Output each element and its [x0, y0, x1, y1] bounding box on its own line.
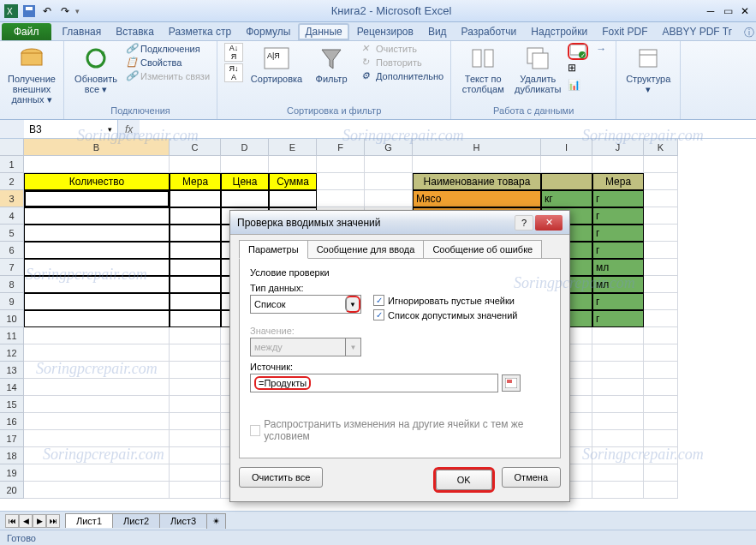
cell[interactable]	[170, 413, 221, 430]
advanced-filter-link[interactable]: ⚙Дополнительно	[361, 70, 443, 82]
cell[interactable]	[24, 225, 170, 242]
cell[interactable]	[170, 344, 221, 362]
cell[interactable]	[170, 447, 221, 464]
text-to-columns-button[interactable]: Текст по столбцам	[458, 43, 508, 96]
cell[interactable]	[170, 430, 221, 447]
row-header-12[interactable]: 12	[0, 344, 24, 362]
col-header-D[interactable]: D	[221, 139, 269, 156]
cell[interactable]	[644, 430, 678, 447]
cell[interactable]	[365, 173, 413, 190]
cell[interactable]	[592, 482, 644, 499]
fx-icon[interactable]: fx	[118, 123, 140, 135]
col-header-B[interactable]: B	[24, 139, 170, 156]
cell[interactable]	[541, 173, 592, 190]
cancel-button[interactable]: Отмена	[502, 467, 561, 488]
edit-links-link[interactable]: 🔗Изменить связи	[126, 70, 210, 82]
type-dropdown-arrow[interactable]: ▼	[345, 296, 360, 313]
cell[interactable]	[644, 207, 678, 225]
cell[interactable]	[24, 396, 170, 413]
ignore-blank-checkbox[interactable]: ✓Игнорировать пустые ячейки	[373, 295, 517, 306]
cell[interactable]	[170, 327, 221, 344]
cell[interactable]	[413, 156, 541, 173]
cell[interactable]	[644, 310, 678, 327]
cell[interactable]	[644, 276, 678, 293]
cell[interactable]	[592, 379, 644, 396]
dialog-close-icon[interactable]: ✕	[535, 215, 563, 231]
cell[interactable]	[644, 362, 678, 379]
cell[interactable]	[24, 327, 170, 344]
cell[interactable]	[365, 190, 413, 207]
cell[interactable]	[170, 464, 221, 482]
cell[interactable]: мл	[592, 276, 644, 293]
row-header-8[interactable]: 8	[0, 276, 24, 293]
cell[interactable]	[592, 362, 644, 379]
properties-link[interactable]: 📋Свойства	[126, 57, 210, 69]
row-header-13[interactable]: 13	[0, 362, 24, 379]
in-cell-dropdown-checkbox[interactable]: ✓Список допустимых значений	[373, 309, 517, 320]
row-header-4[interactable]: 4	[0, 207, 24, 225]
cell[interactable]	[170, 259, 221, 276]
col-header-E[interactable]: E	[269, 139, 317, 156]
ok-button[interactable]: OK	[436, 470, 492, 490]
cell[interactable]	[170, 276, 221, 293]
cell[interactable]	[592, 396, 644, 413]
filter-button[interactable]: Фильтр	[307, 43, 356, 86]
sort-button[interactable]: A|Я Сортировка	[252, 43, 301, 86]
cell[interactable]: г	[592, 293, 644, 310]
row-header-7[interactable]: 7	[0, 259, 24, 276]
cell[interactable]	[592, 430, 644, 447]
cell[interactable]	[592, 327, 644, 344]
cell[interactable]	[644, 447, 678, 464]
row-header-10[interactable]: 10	[0, 310, 24, 327]
cell[interactable]	[170, 190, 221, 207]
tab-insert[interactable]: Вставка	[109, 22, 161, 40]
row-header-19[interactable]: 19	[0, 464, 24, 482]
cell[interactable]	[644, 379, 678, 396]
cell[interactable]: Сумма	[269, 173, 317, 190]
row-header-1[interactable]: 1	[0, 156, 24, 173]
cell[interactable]	[170, 156, 221, 173]
maximize-icon[interactable]: ▭	[720, 3, 735, 19]
dialog-tab-params[interactable]: Параметры	[239, 240, 308, 259]
cell[interactable]	[644, 396, 678, 413]
cell[interactable]: Количество	[24, 173, 170, 190]
cell[interactable]	[170, 379, 221, 396]
external-data-button[interactable]: Получение внешних данных ▾	[7, 43, 57, 106]
cell[interactable]	[24, 242, 170, 259]
sheet-tab-1[interactable]: Лист1	[65, 513, 113, 528]
sheet-tab-new[interactable]: ✴	[206, 513, 226, 529]
consolidate-icon[interactable]: ⊞	[568, 62, 585, 77]
source-input[interactable]: =Продукты	[250, 374, 498, 392]
cell[interactable]: г	[592, 207, 644, 225]
redo-icon[interactable]: ↷	[57, 3, 73, 19]
cell[interactable]	[170, 293, 221, 310]
help-icon[interactable]: ⓘ	[741, 26, 756, 40]
sheet-nav-next[interactable]: ▶	[33, 514, 46, 528]
cell[interactable]: кг	[541, 190, 592, 207]
sheet-tab-3[interactable]: Лист3	[159, 513, 207, 528]
tab-developer[interactable]: Разработчи	[455, 22, 524, 40]
cell[interactable]	[221, 156, 269, 173]
cell[interactable]	[170, 310, 221, 327]
row-header-11[interactable]: 11	[0, 327, 24, 344]
select-all-corner[interactable]	[0, 139, 24, 156]
formula-input[interactable]	[140, 120, 756, 138]
cell[interactable]: г	[592, 225, 644, 242]
col-header-H[interactable]: H	[413, 139, 541, 156]
cell[interactable]	[592, 464, 644, 482]
cell[interactable]	[221, 190, 269, 207]
row-header-2[interactable]: 2	[0, 173, 24, 190]
undo-icon[interactable]: ↶	[39, 3, 55, 19]
sort-az-icon[interactable]: A↓Я	[224, 43, 243, 62]
cell[interactable]	[644, 344, 678, 362]
cell[interactable]: Мясо	[413, 190, 541, 207]
col-header-K[interactable]: K	[644, 139, 678, 156]
remove-duplicates-button[interactable]: Удалить дубликаты	[513, 43, 563, 96]
cell[interactable]	[170, 225, 221, 242]
cell[interactable]	[592, 447, 644, 464]
cell[interactable]	[541, 156, 592, 173]
clear-all-button[interactable]: Очистить все	[239, 467, 323, 488]
row-header-16[interactable]: 16	[0, 413, 24, 430]
cell[interactable]	[24, 362, 170, 379]
row-header-3[interactable]: 3	[0, 190, 24, 207]
